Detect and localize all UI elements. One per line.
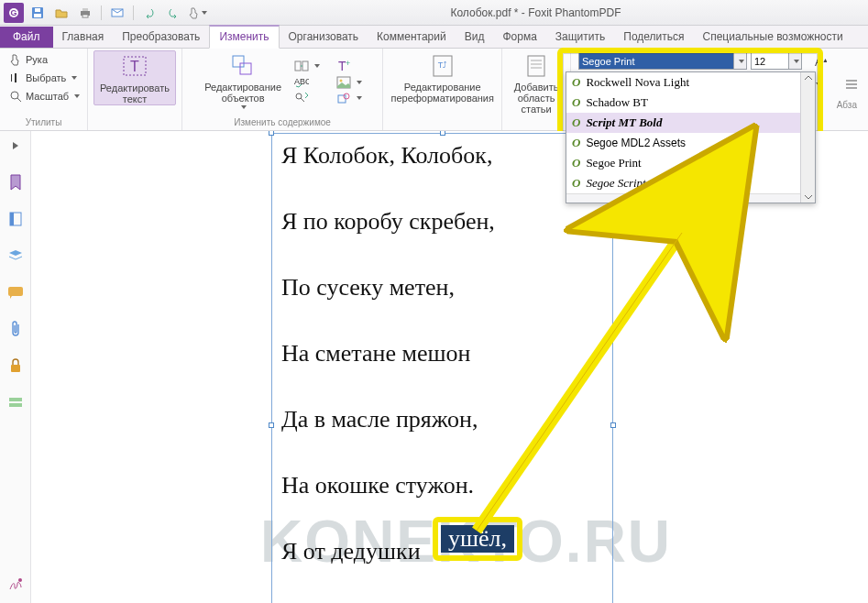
- ribbon-tabs: Файл ГлавнаяПреобразоватьИзменитьОрганиз…: [0, 26, 868, 49]
- svg-line-22: [301, 98, 304, 102]
- font-list-scrollbar[interactable]: [800, 72, 815, 203]
- svg-rect-46: [8, 287, 23, 296]
- edit-objects-button[interactable]: Редактирование объектов: [199, 50, 287, 109]
- nav-panel-rail: [0, 131, 31, 603]
- svg-line-12: [17, 98, 21, 102]
- tab-Специальные возможности[interactable]: Специальные возможности: [694, 27, 852, 48]
- grow-font-button[interactable]: A▲: [811, 52, 830, 70]
- tab-file[interactable]: Файл: [0, 27, 53, 48]
- svg-rect-3: [34, 14, 41, 17]
- edit-text-group-spacer: [93, 115, 176, 130]
- svg-rect-45: [10, 213, 14, 225]
- font-option[interactable]: OSegoe Script: [566, 173, 815, 193]
- svg-rect-10: [15, 73, 16, 82]
- open-icon[interactable]: [51, 3, 71, 23]
- svg-point-11: [11, 92, 18, 99]
- svg-rect-31: [528, 56, 544, 76]
- print-icon[interactable]: [75, 3, 95, 23]
- doc-line[interactable]: На сметане мешон: [281, 340, 676, 367]
- reflow-label: Редактирование переформатирования: [390, 82, 493, 104]
- doc-line[interactable]: Да в масле пряжон,: [281, 406, 676, 433]
- add-article-button[interactable]: Добавить область статьи: [508, 50, 565, 115]
- tab-Защитить[interactable]: Защитить: [546, 27, 614, 48]
- tab-Форма[interactable]: Форма: [493, 27, 545, 48]
- svg-point-50: [18, 578, 22, 582]
- security-icon[interactable]: [6, 356, 25, 375]
- find-replace-button[interactable]: [291, 90, 324, 104]
- zoom-tool-button[interactable]: Масштаб: [5, 89, 83, 104]
- font-option[interactable]: ORockwell Nova Light: [566, 72, 815, 93]
- add-text-button[interactable]: T+: [333, 58, 366, 74]
- svg-text:G: G: [10, 8, 16, 17]
- svg-text:I: I: [10, 72, 13, 83]
- edit-text-label: Редактировать текст: [100, 82, 170, 104]
- svg-rect-16: [240, 63, 251, 74]
- svg-text:T⤴: T⤴: [437, 60, 447, 70]
- svg-rect-18: [302, 61, 308, 71]
- redo-icon[interactable]: [163, 3, 183, 23]
- bookmarks-icon[interactable]: [6, 173, 25, 192]
- svg-point-28: [344, 93, 349, 99]
- undo-icon[interactable]: [139, 3, 159, 23]
- svg-rect-27: [338, 95, 346, 103]
- svg-rect-6: [82, 8, 88, 11]
- edit-objects-label: Редактирование объектов: [204, 82, 281, 104]
- font-option[interactable]: OScript MT Bold: [566, 113, 815, 133]
- nav-expand-icon[interactable]: [6, 137, 25, 155]
- svg-rect-48: [9, 398, 22, 401]
- sign-icon[interactable]: [6, 576, 25, 594]
- attachments-icon[interactable]: [6, 320, 25, 338]
- fields-icon[interactable]: [6, 393, 25, 411]
- tab-Преобразовать[interactable]: Преобразовать: [113, 27, 209, 48]
- save-icon[interactable]: [27, 3, 48, 23]
- tab-Организовать[interactable]: Организовать: [280, 27, 368, 48]
- touch-mode-icon[interactable]: [187, 3, 207, 23]
- font-family-input[interactable]: [578, 52, 734, 70]
- svg-text:▲: ▲: [822, 57, 827, 63]
- reflow-edit-button[interactable]: T⤴ Редактирование переформатирования: [385, 50, 499, 104]
- svg-text:A: A: [815, 56, 822, 68]
- svg-rect-49: [9, 403, 22, 407]
- select-label: Выбрать: [26, 72, 66, 83]
- add-shape-button[interactable]: [333, 91, 366, 105]
- pages-panel-icon[interactable]: [6, 210, 25, 228]
- edit-content-group-label: Изменить содержимое: [188, 115, 377, 130]
- app-menu-icon[interactable]: G: [4, 3, 24, 23]
- font-list-resize-grip[interactable]: •: [566, 193, 815, 203]
- doc-line[interactable]: Я по коробу скребен,: [281, 208, 676, 236]
- layers-icon[interactable]: [6, 247, 25, 265]
- svg-text:+: +: [346, 59, 350, 68]
- select-tool-button[interactable]: IВыбрать: [5, 71, 81, 85]
- doc-line[interactable]: На окошке стужон.: [281, 472, 676, 499]
- tab-Вид[interactable]: Вид: [456, 27, 494, 48]
- tab-Поделиться[interactable]: Поделиться: [614, 27, 693, 48]
- selected-word[interactable]: ушёл,: [441, 525, 514, 553]
- tools-group-label: Утилиты: [5, 115, 82, 130]
- font-option[interactable]: OSegoe Print: [566, 153, 815, 173]
- hand-tool-button[interactable]: Рука: [5, 52, 51, 67]
- svg-rect-17: [295, 61, 301, 71]
- font-dropdown-list[interactable]: ORockwell Nova LightOSchadow BTOScript M…: [566, 71, 816, 203]
- edit-text-button[interactable]: T Редактировать текст: [93, 50, 176, 105]
- scroll-down-icon[interactable]: [804, 193, 813, 201]
- link-join-text-button[interactable]: [291, 59, 324, 73]
- add-image-button[interactable]: [333, 75, 366, 90]
- comments-icon[interactable]: [6, 283, 25, 302]
- svg-rect-47: [11, 365, 20, 372]
- tab-Комментарий[interactable]: Комментарий: [368, 27, 456, 48]
- more-font-button[interactable]: [842, 75, 861, 93]
- qat-sep: [101, 5, 102, 20]
- scroll-up-icon[interactable]: [804, 74, 813, 82]
- doc-line[interactable]: По сусеку метен,: [281, 274, 676, 302]
- email-icon[interactable]: [107, 3, 127, 23]
- font-family-dropdown-button[interactable]: [734, 52, 747, 70]
- title-bar: G Колобок.pdf * - Foxit PhantomPDF: [0, 0, 868, 26]
- tab-Главная[interactable]: Главная: [53, 27, 114, 48]
- font-option[interactable]: OSegoe MDL2 Assets: [566, 133, 815, 153]
- font-size-input[interactable]: [751, 52, 789, 70]
- tab-Изменить[interactable]: Изменить: [209, 25, 279, 49]
- spellcheck-button[interactable]: ABC: [291, 74, 324, 89]
- font-size-dropdown-button[interactable]: [789, 52, 802, 70]
- hand-label: Рука: [26, 54, 48, 65]
- font-option[interactable]: OSchadow BT: [566, 93, 815, 113]
